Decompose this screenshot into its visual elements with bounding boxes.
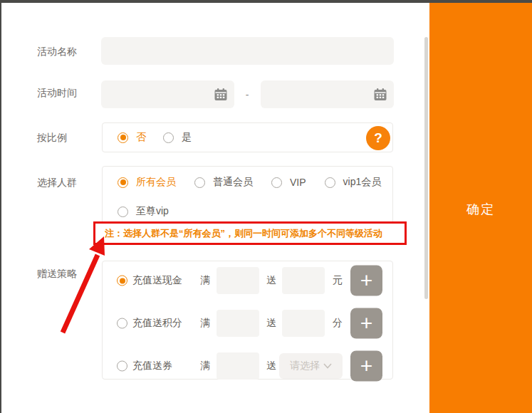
audience-options-row-1: 所有会员 普通会员 VIP vip1会员 [103,167,392,198]
add-rule-button[interactable]: + [350,266,382,296]
calendar-icon[interactable] [373,88,387,102]
radio-button[interactable] [118,206,128,217]
by-ratio-group: 否 是 ? [102,122,393,152]
radio-button[interactable] [117,361,127,372]
radio-button[interactable] [118,132,128,143]
add-rule-button[interactable]: + [350,308,382,339]
unit-label-yuan: 元 [333,274,343,287]
by-ratio-label: 按比例 [37,132,67,145]
end-date-input[interactable] [261,80,373,108]
gift-strategy-group: 充值送现金 满 送 元 + 充值送积分 满 送 分 + 充值送券 满 送 请选择 [102,261,393,380]
coupon-threshold-input[interactable] [217,352,259,380]
calendar-icon[interactable] [214,88,228,102]
gift-strategy-label: 赠送策略 [37,268,77,281]
strategy-row-coupon: 充值送券 满 送 请选择 + [103,350,392,382]
audience-option-supreme-vip[interactable]: 至尊vip [118,205,169,218]
ratio-option-no[interactable]: 否 [118,131,146,144]
cash-amount-input[interactable] [282,267,325,294]
window-top-border [0,0,532,3]
coupon-select[interactable]: 请选择 [279,353,343,379]
audience-group: 所有会员 普通会员 VIP vip1会员 至尊vip [102,166,393,225]
radio-button[interactable] [118,177,128,188]
radio-button[interactable] [325,177,335,188]
ratio-option-yes[interactable]: 是 [163,131,192,144]
strategy-row-points: 充值送积分 满 送 分 + [103,307,392,340]
radio-button[interactable] [194,177,205,188]
confirm-button[interactable]: 确定 [429,200,532,219]
points-amount-input[interactable] [282,310,325,337]
activity-time-label: 活动时间 [37,87,77,100]
add-rule-button[interactable]: + [350,351,382,382]
radio-button[interactable] [163,132,174,143]
radio-button[interactable] [117,276,127,286]
start-date-input[interactable] [101,80,214,108]
radio-button[interactable] [117,318,127,329]
window-left-border [0,0,1,413]
audience-option-normal-members[interactable]: 普通会员 [194,176,253,189]
cash-threshold-input[interactable] [217,267,259,294]
strategy-row-cash: 充值送现金 满 送 元 + [103,264,392,297]
end-date-field[interactable] [261,80,394,108]
help-icon[interactable]: ? [366,126,390,150]
audience-option-vip[interactable]: VIP [271,177,306,188]
unit-label-points: 分 [333,317,343,330]
audience-label: 选择人群 [37,177,77,189]
scrollbar-thumb[interactable] [424,37,428,299]
start-date-field[interactable] [101,80,234,108]
audience-option-vip1[interactable]: vip1会员 [325,176,382,189]
chevron-down-icon [323,363,332,369]
audience-option-all-members[interactable]: 所有会员 [118,176,176,189]
annotation-highlight-note: 注：选择人群不是“所有会员”，则同一时间可添加多个不同等级活动 [93,221,407,245]
dialog-side-panel: 确定 [429,3,532,413]
points-threshold-input[interactable] [217,310,259,337]
create-activity-dialog: 活动名称 活动时间 - [0,0,532,413]
activity-name-input[interactable] [101,37,394,65]
radio-button[interactable] [271,177,282,188]
activity-name-label: 活动名称 [37,46,77,58]
date-range-separator: - [242,80,252,108]
